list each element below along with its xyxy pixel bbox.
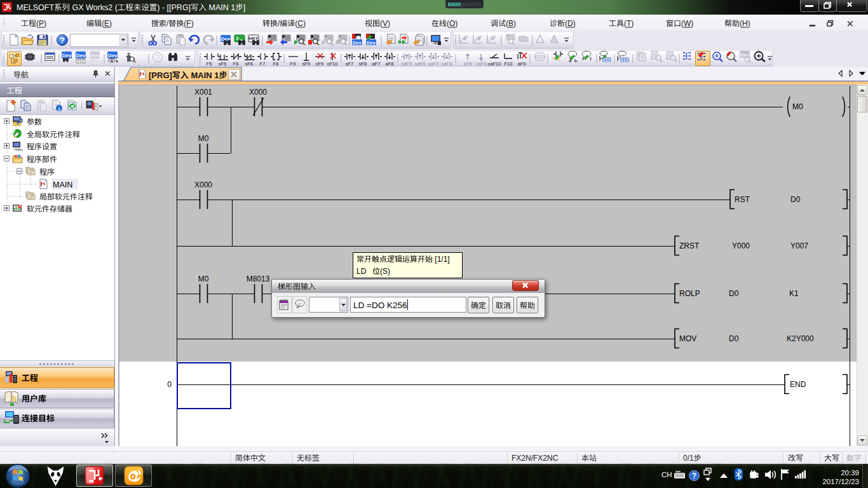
svg-text:MOV: MOV	[679, 334, 696, 343]
svg-text:D0: D0	[729, 334, 739, 343]
svg-text:Dev: Dev	[108, 53, 118, 58]
svg-text:X000: X000	[249, 88, 267, 97]
svg-text:K1: K1	[789, 289, 799, 298]
svg-text:Y007: Y007	[790, 241, 808, 250]
svg-text:M8013: M8013	[247, 274, 270, 283]
svg-text:X001: X001	[194, 88, 212, 97]
svg-text:0: 0	[167, 380, 172, 389]
svg-text:Dev: Dev	[367, 40, 376, 46]
svg-text:M0: M0	[198, 134, 209, 143]
svg-text:M0: M0	[198, 274, 209, 283]
svg-text:Y000: Y000	[732, 241, 750, 250]
svg-text:Dev: Dev	[353, 40, 362, 46]
svg-text:ST: ST	[536, 54, 543, 60]
svg-text:?: ?	[60, 36, 65, 45]
svg-text:CC-L: CC-L	[90, 58, 100, 62]
svg-text:K2Y000: K2Y000	[787, 334, 814, 343]
svg-text:ROLP: ROLP	[679, 289, 700, 298]
svg-text:HKY: HKY	[249, 36, 259, 41]
svg-text:ZRST: ZRST	[679, 241, 700, 250]
svg-text:Dev: Dev	[76, 53, 86, 58]
svg-text:X000: X000	[194, 180, 212, 189]
svg-text:END: END	[790, 380, 806, 389]
svg-text:M0: M0	[792, 102, 803, 111]
svg-text:D0: D0	[790, 195, 801, 204]
svg-text:?: ?	[156, 53, 159, 61]
svg-text:Dev: Dev	[90, 53, 100, 58]
svg-text:Dev: Dev	[62, 53, 72, 58]
svg-text:?: ?	[692, 471, 696, 480]
svg-text:D0: D0	[729, 289, 739, 298]
svg-text:RST: RST	[735, 195, 750, 204]
